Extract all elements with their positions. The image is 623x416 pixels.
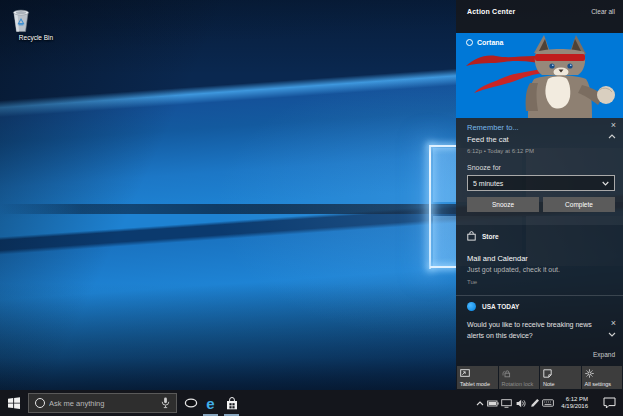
windows-logo-icon [8, 397, 20, 409]
action-center-tray-button[interactable] [600, 390, 618, 416]
edge-icon: e [206, 396, 214, 411]
chevron-up-icon[interactable] [608, 134, 616, 139]
network-icon [501, 399, 512, 408]
taskbar: e [0, 390, 623, 416]
quick-action-label: Tablet mode [460, 381, 490, 387]
quick-action-label: All settings [585, 381, 612, 387]
cortana-ring-icon [466, 39, 473, 46]
store-notification-title[interactable]: Mail and Calendar [467, 254, 528, 263]
reminder-subject: Feed the cat [467, 135, 509, 144]
action-center-icon [603, 397, 616, 409]
reminder-timestamp: 6:12p • Today at 6:12 PM [467, 148, 534, 154]
chevron-down-icon[interactable] [608, 332, 616, 337]
microphone-icon[interactable] [161, 397, 170, 409]
quick-action-all-settings[interactable]: All settings [582, 366, 623, 389]
recycle-bin-label: Recycle Bin [10, 34, 62, 41]
taskbar-search[interactable] [28, 393, 177, 413]
chevron-down-icon [602, 181, 609, 186]
clock-time: 6:12 PM [566, 396, 588, 404]
tablet-mode-icon [460, 369, 470, 377]
start-button[interactable] [0, 390, 27, 416]
expand-link[interactable]: Expand [593, 351, 615, 358]
edge-browser-button[interactable]: e [201, 390, 220, 416]
pen-tray-button[interactable] [528, 390, 541, 416]
reminder-actions: Snooze Complete [467, 197, 615, 212]
usa-today-logo-icon [467, 302, 476, 311]
volume-icon [516, 399, 526, 408]
quick-action-label: Rotation lock [502, 381, 534, 387]
cortana-app-name: Cortana [477, 39, 503, 46]
task-view-button[interactable] [181, 390, 200, 416]
rotation-lock-icon [502, 369, 512, 378]
battery-tray-button[interactable] [486, 390, 499, 416]
snooze-for-label: Snooze for [467, 164, 501, 171]
store-group-header[interactable]: Store [467, 231, 499, 241]
complete-button[interactable]: Complete [543, 197, 615, 212]
reminder-notification[interactable]: Remember to... × Feed the cat 6:12p • To… [456, 118, 623, 225]
pen-icon [530, 398, 540, 408]
quick-action-tablet-mode[interactable]: Tablet mode [457, 366, 498, 389]
quick-action-rotation-lock[interactable]: Rotation lock [499, 366, 540, 389]
store-button[interactable] [222, 390, 241, 416]
usa-today-notification-body[interactable]: Would you like to receive breaking news … [467, 319, 595, 341]
snooze-duration-select[interactable]: 5 minutes [467, 175, 615, 191]
quick-action-note[interactable]: Note [540, 366, 581, 389]
store-notification-day: Tue [467, 279, 477, 285]
volume-tray-button[interactable] [514, 390, 527, 416]
usa-today-group-label: USA TODAY [482, 303, 519, 310]
quick-actions-grid: Tablet mode Rotation lock Note [457, 366, 622, 389]
quick-action-label: Note [543, 381, 555, 387]
battery-icon [487, 400, 499, 407]
store-bag-icon [467, 231, 476, 241]
tray-clock[interactable]: 6:12 PM 4/19/2016 [552, 390, 588, 416]
note-icon [543, 369, 552, 378]
show-hidden-icons-button[interactable] [473, 390, 486, 416]
clock-date: 4/19/2016 [561, 403, 588, 411]
task-view-icon [184, 398, 198, 408]
store-notification-body: Just got updated, check it out. [467, 266, 560, 273]
store-bag-icon [226, 397, 238, 410]
action-center-title: Action Center [467, 8, 516, 15]
action-center-panel: Action Center Clear all [456, 0, 623, 390]
network-tray-button[interactable] [500, 390, 513, 416]
action-center-header: Action Center Clear all [456, 0, 623, 15]
usa-today-group-header[interactable]: USA TODAY [467, 302, 519, 311]
close-icon[interactable]: × [611, 318, 616, 328]
reminder-title: Remember to... [467, 123, 519, 132]
cortana-icon [35, 398, 45, 408]
windows-desktop: Recycle Bin Action Center Clear all [0, 0, 623, 416]
snooze-duration-value: 5 minutes [473, 180, 503, 187]
cortana-notification-banner[interactable]: Cortana [456, 33, 623, 118]
cortana-app-label: Cortana [466, 39, 503, 46]
clear-all-button[interactable]: Clear all [591, 8, 615, 15]
close-icon[interactable]: × [611, 120, 616, 130]
section-divider [456, 295, 623, 296]
gear-icon [585, 369, 594, 378]
search-input[interactable] [45, 399, 161, 408]
recycle-bin[interactable]: Recycle Bin [10, 7, 62, 41]
snooze-button[interactable]: Snooze [467, 197, 539, 212]
store-group-label: Store [482, 233, 499, 240]
recycle-bin-icon [10, 7, 32, 33]
chevron-up-icon [476, 401, 484, 406]
